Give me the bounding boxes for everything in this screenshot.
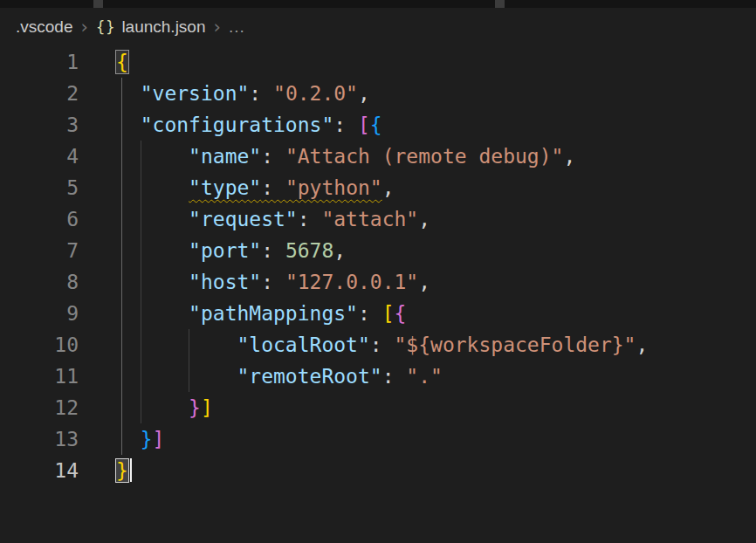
- code-token: [116, 302, 189, 325]
- code-token: {: [116, 51, 128, 73]
- code-token: ,: [563, 145, 575, 168]
- code-token: [116, 396, 189, 419]
- code-token: :: [261, 239, 285, 262]
- code-token: "0.2.0": [273, 82, 358, 105]
- line-number[interactable]: 5: [0, 172, 79, 203]
- code-token: "remoteRoot": [237, 365, 381, 388]
- code-token: "host": [189, 271, 261, 293]
- tab-strip-segment: [505, 0, 756, 8]
- code-line-content: "version": "0.2.0",: [79, 78, 370, 109]
- json-file-icon: {}: [96, 18, 115, 36]
- code-token: {: [395, 302, 407, 325]
- breadcrumb-file-label: launch.json: [121, 17, 205, 37]
- breadcrumb-more-label: ...: [229, 17, 245, 37]
- code-line[interactable]: 9 "pathMappings": [{: [0, 298, 756, 329]
- code-token: ,: [358, 82, 370, 105]
- line-number[interactable]: 8: [0, 266, 79, 298]
- code-line[interactable]: 12 }]: [0, 392, 756, 423]
- code-line-content: "request": "attach",: [79, 203, 430, 235]
- code-line[interactable]: 14}: [0, 455, 756, 486]
- code-line[interactable]: 6 "request": "attach",: [0, 203, 756, 235]
- code-token: :: [382, 365, 407, 388]
- code-line[interactable]: 11 "remoteRoot": ".": [0, 361, 756, 392]
- code-lines: 1{2 "version": "0.2.0",3 "configurations…: [0, 46, 756, 486]
- code-token: [: [382, 302, 395, 325]
- code-token: [: [358, 113, 370, 136]
- line-number[interactable]: 14: [0, 455, 79, 486]
- code-token: [116, 176, 189, 199]
- code-line-content: }]: [79, 423, 164, 455]
- breadcrumb-folder-label: .vscode: [16, 17, 72, 37]
- code-token: :: [333, 113, 358, 136]
- code-token: [116, 271, 189, 293]
- code-token: }: [116, 459, 128, 482]
- code-token: [116, 428, 141, 450]
- code-token: "attach": [321, 208, 418, 230]
- code-token: :: [298, 208, 322, 230]
- code-line-content: "localRoot": "${workspaceFolder}",: [79, 329, 648, 361]
- code-token: ]: [153, 428, 165, 450]
- chevron-right-icon: ›: [214, 17, 221, 38]
- line-number[interactable]: 3: [0, 109, 79, 141]
- code-token: :: [261, 271, 285, 293]
- code-token: {: [370, 113, 382, 136]
- code-token: "type": [189, 176, 261, 199]
- code-line[interactable]: 8 "host": "127.0.0.1",: [0, 266, 756, 298]
- code-token: "request": [189, 208, 298, 230]
- code-line[interactable]: 5 "type": "python",: [0, 172, 756, 203]
- code-line[interactable]: 10 "localRoot": "${workspaceFolder}",: [0, 329, 756, 361]
- line-number[interactable]: 7: [0, 235, 79, 266]
- code-token: ,: [636, 333, 648, 356]
- vscode-editor-window: .vscode › {} launch.json › ... 1{2 "vers…: [0, 0, 756, 543]
- code-token: "port": [189, 239, 261, 262]
- code-token: "pathMappings": [189, 302, 358, 325]
- line-number[interactable]: 12: [0, 392, 79, 423]
- code-line[interactable]: 1{: [0, 46, 756, 78]
- code-token: ,: [382, 176, 395, 199]
- breadcrumb-folder[interactable]: .vscode: [16, 17, 72, 37]
- code-line[interactable]: 2 "version": "0.2.0",: [0, 78, 756, 109]
- code-token: "version": [141, 82, 250, 105]
- breadcrumb-symbol-path[interactable]: ...: [229, 17, 245, 37]
- code-token: :: [249, 82, 273, 105]
- code-token: [116, 365, 237, 388]
- code-editor[interactable]: 1{2 "version": "0.2.0",3 "configurations…: [0, 46, 756, 486]
- code-token: ]: [201, 396, 213, 419]
- tab-bar-edge: [0, 0, 756, 8]
- code-line-content: }]: [79, 392, 213, 423]
- code-line[interactable]: 3 "configurations": [{: [0, 109, 756, 141]
- code-token: [116, 239, 189, 262]
- code-line-content: "type": "python",: [79, 172, 395, 203]
- code-token: [116, 333, 237, 356]
- chevron-right-icon: ›: [80, 17, 87, 38]
- code-line-content: "host": "127.0.0.1",: [79, 266, 430, 298]
- code-token: :: [261, 145, 285, 168]
- code-token: "localRoot": [237, 333, 369, 356]
- code-token: :: [370, 333, 395, 356]
- code-token: ,: [333, 239, 346, 262]
- code-token: "configurations": [141, 113, 334, 136]
- code-token: [116, 113, 141, 136]
- code-line-content: "pathMappings": [{: [79, 298, 406, 329]
- line-number[interactable]: 2: [0, 78, 79, 109]
- code-line-content: "name": "Attach (remote debug)",: [79, 141, 575, 172]
- line-number[interactable]: 10: [0, 329, 79, 361]
- line-number[interactable]: 1: [0, 46, 79, 78]
- breadcrumb-file[interactable]: {} launch.json: [96, 17, 206, 37]
- code-token: "127.0.0.1": [285, 271, 418, 293]
- code-token: "name": [189, 145, 261, 168]
- code-line[interactable]: 4 "name": "Attach (remote debug)",: [0, 141, 756, 172]
- line-number[interactable]: 11: [0, 361, 79, 392]
- code-line[interactable]: 7 "port": 5678,: [0, 235, 756, 266]
- code-token: ,: [418, 271, 430, 293]
- line-number[interactable]: 13: [0, 423, 79, 455]
- code-token: "python": [285, 176, 382, 199]
- code-token: }: [189, 396, 201, 419]
- code-line-content: "configurations": [{: [79, 109, 382, 141]
- code-line[interactable]: 13 }]: [0, 423, 756, 455]
- line-number[interactable]: 4: [0, 141, 79, 172]
- breadcrumb: .vscode › {} launch.json › ...: [0, 8, 756, 46]
- line-number[interactable]: 9: [0, 298, 79, 329]
- line-number[interactable]: 6: [0, 203, 79, 235]
- code-line-content: {: [79, 46, 128, 78]
